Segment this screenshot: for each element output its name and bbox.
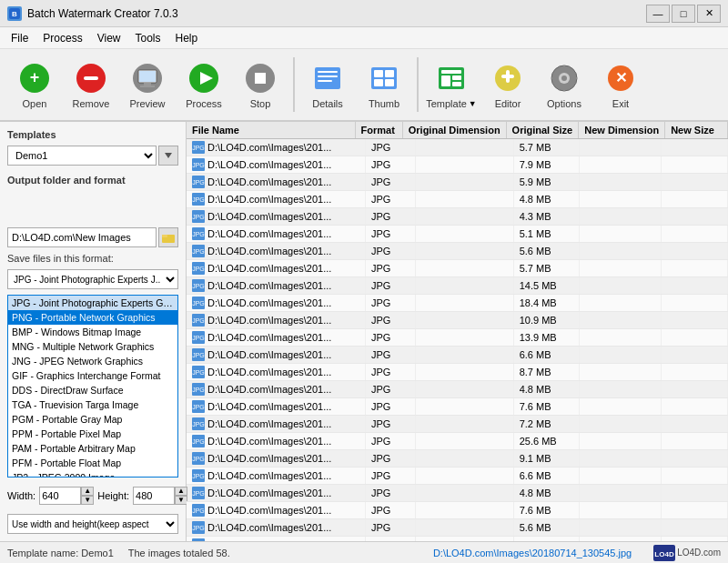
table-row[interactable]: JPG D:\LO4D.com\Images\201... JPG 25.6 M… [187,433,728,450]
cell-orig-size: 6.6 MB [514,347,581,363]
svg-text:LO4D: LO4D [655,550,675,558]
width-up[interactable]: ▲ [81,487,94,496]
table-row[interactable]: JPG D:\LO4D.com\Images\201... JPG 4.8 MB [187,381,728,398]
stop-button[interactable]: Stop [233,53,288,116]
height-up[interactable]: ▲ [175,487,187,496]
format-jpg-selected[interactable]: JPG - Joint Photographic Experts Grou... [8,296,177,310]
aspect-dropdown[interactable]: Use width and height(keep aspect [7,514,178,534]
cell-new-size [662,485,728,501]
table-row[interactable]: JPG D:\LO4D.com\Images\201... JPG 5.7 MB [187,260,728,277]
format-png[interactable]: PNG - Portable Network Graphics [8,310,177,325]
table-row[interactable]: JPG D:\LO4D.com\Images\201... JPG 7.9 MB [187,156,728,174]
maximize-button[interactable]: □ [672,5,695,23]
cell-filename: JPG D:\LO4D.com\Images\201... [187,243,366,259]
table-row[interactable]: JPG D:\LO4D.com\Images\201... JPG 5.7 MB [187,139,728,156]
format-ppm[interactable]: PPM - Portable Pixel Map [8,427,177,441]
remove-button[interactable]: Remove [64,53,118,116]
menu-process[interactable]: Process [35,30,89,46]
col-header-filename[interactable]: File Name [187,122,356,138]
file-table[interactable]: File Name Format Original Dimension Orig… [187,122,728,541]
format-pfm[interactable]: PFM - Portable Float Map [8,456,177,470]
table-row[interactable]: JPG D:\LO4D.com\Images\201... JPG 5.9 MB [187,174,728,191]
folder-input[interactable] [7,227,157,247]
editor-button[interactable]: Editor [480,53,535,116]
table-row[interactable]: JPG D:\LO4D.com\Images\201... JPG 7.0 MB [187,537,728,541]
cell-filename: JPG D:\LO4D.com\Images\201... [187,519,366,536]
col-header-new-dim[interactable]: New Dimension [579,122,665,138]
close-button[interactable]: ✕ [697,5,721,23]
template-dropdown[interactable]: Demo1 [7,146,157,166]
table-row[interactable]: JPG D:\LO4D.com\Images\201... JPG 18.4 M… [187,295,728,312]
file-icon: JPG [192,538,205,541]
table-row[interactable]: JPG D:\LO4D.com\Images\201... JPG 4.8 MB [187,485,728,502]
options-button[interactable]: Options [537,53,592,116]
table-row[interactable]: JPG D:\LO4D.com\Images\201... JPG 7.6 MB [187,502,728,519]
table-row[interactable]: JPG D:\LO4D.com\Images\201... JPG 10.9 M… [187,312,728,329]
details-button[interactable]: Details [300,53,355,116]
table-row[interactable]: JPG D:\LO4D.com\Images\201... JPG 14.5 M… [187,277,728,295]
menu-file[interactable]: File [4,30,35,46]
cell-orig-size: 13.9 MB [514,329,581,346]
table-row[interactable]: JPG D:\LO4D.com\Images\201... JPG 4.8 MB [187,191,728,208]
col-header-new-size[interactable]: New Size [665,122,728,138]
process-button[interactable]: Process [177,53,231,116]
browse-folder-button[interactable] [158,227,178,247]
cell-orig-size: 4.8 MB [514,191,581,207]
width-spinner[interactable]: ▲ ▼ [81,487,94,505]
format-dropdown[interactable]: JPG - Joint Photographic Experts J... [7,269,178,289]
minimize-button[interactable]: — [646,5,670,23]
file-icon: JPG [192,400,205,413]
col-header-orig-size[interactable]: Original Size [507,122,580,138]
table-row[interactable]: JPG D:\LO4D.com\Images\201... JPG 5.6 MB [187,243,728,260]
table-row[interactable]: JPG D:\LO4D.com\Images\201... JPG 9.1 MB [187,450,728,467]
format-bmp[interactable]: BMP - Windows Bitmap Image [8,325,177,339]
cell-new-size [662,295,728,311]
template-button[interactable]: Template ▼ [424,53,479,116]
menu-tools[interactable]: Tools [128,30,168,46]
menu-help[interactable]: Help [168,30,206,46]
format-label: Save files in this format: [7,253,178,264]
format-jng[interactable]: JNG - JPEG Network Graphics [8,354,177,368]
remove-label: Remove [73,98,110,109]
template-dropdown-button[interactable] [158,146,178,166]
format-pam[interactable]: PAM - Portable Arbitrary Map [8,441,177,456]
cell-new-dim [580,277,662,294]
cell-orig-size: 25.6 MB [514,433,581,449]
thumb-button[interactable]: Thumb [357,53,411,116]
svg-text:+: + [30,68,40,86]
exit-button[interactable]: ✕ Exit [593,53,648,116]
height-down[interactable]: ▼ [175,496,187,505]
format-pgm[interactable]: PGM - Portable Gray Map [8,412,177,427]
table-row[interactable]: JPG D:\LO4D.com\Images\201... JPG 5.1 MB [187,226,728,243]
col-header-format[interactable]: Format [356,122,403,138]
format-tga[interactable]: TGA - Truevision Targa Image [8,397,177,412]
preview-button[interactable]: Preview [120,53,175,116]
height-input[interactable] [133,487,175,505]
app-icon: B [7,6,22,21]
table-row[interactable]: JPG D:\LO4D.com\Images\201... JPG 8.7 MB [187,364,728,381]
format-jp2[interactable]: JP2 - JPEG 2000 Image [8,470,177,478]
table-row[interactable]: JPG D:\LO4D.com\Images\201... JPG 7.2 MB [187,416,728,433]
open-button[interactable]: + Open [7,53,62,116]
format-mng[interactable]: MNG - Multiple Network Graphics [8,339,177,354]
filename-text: D:\LO4D.com\Images\201... [207,246,331,256]
width-input[interactable] [39,487,81,505]
window-controls[interactable]: — □ ✕ [646,5,721,23]
height-spinner[interactable]: ▲ ▼ [175,487,187,505]
width-down[interactable]: ▼ [81,496,94,505]
table-row[interactable]: JPG D:\LO4D.com\Images\201... JPG 6.6 MB [187,347,728,364]
format-list[interactable]: JPG - Joint Photographic Experts Grou...… [7,295,178,478]
cell-new-size [662,398,728,415]
table-row[interactable]: JPG D:\LO4D.com\Images\201... JPG 5.6 MB [187,519,728,537]
cell-orig-size: 4.8 MB [514,485,581,501]
cell-new-dim [580,312,662,328]
format-gif[interactable]: GIF - Graphics Interchange Format [8,368,177,383]
table-row[interactable]: JPG D:\LO4D.com\Images\201... JPG 13.9 M… [187,329,728,347]
col-header-orig-dim[interactable]: Original Dimension [403,122,507,138]
table-row[interactable]: JPG D:\LO4D.com\Images\201... JPG 4.3 MB [187,208,728,226]
table-row[interactable]: JPG D:\LO4D.com\Images\201... JPG 7.6 MB [187,398,728,416]
table-row[interactable]: JPG D:\LO4D.com\Images\201... JPG 6.6 MB [187,467,728,485]
menu-view[interactable]: View [90,30,128,46]
format-dds[interactable]: DDS - DirectDraw Surface [8,383,177,397]
svg-rect-35 [563,65,565,70]
